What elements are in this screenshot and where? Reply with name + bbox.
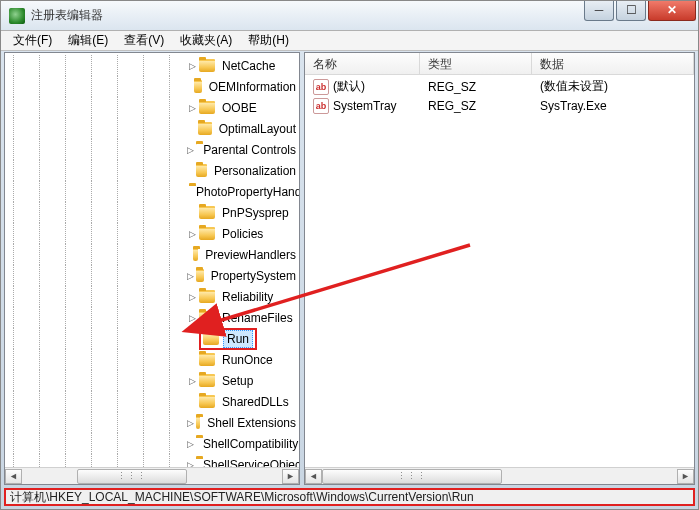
- expander-icon[interactable]: ▷: [187, 229, 197, 239]
- expander-icon[interactable]: ▷: [187, 313, 197, 323]
- expander-icon[interactable]: [187, 355, 197, 365]
- string-value-icon: ab: [313, 98, 329, 114]
- tree-item[interactable]: RunOnce: [5, 349, 299, 370]
- tree-item[interactable]: ▷Setup: [5, 370, 299, 391]
- expander-icon[interactable]: [187, 82, 192, 92]
- folder-icon: [196, 269, 204, 282]
- scroll-left-button[interactable]: ◄: [305, 469, 322, 484]
- scroll-right-button[interactable]: ►: [282, 469, 299, 484]
- values-list[interactable]: ab(默认)REG_SZ(数值未设置)abSystemTrayREG_SZSys…: [305, 75, 694, 115]
- tree-item[interactable]: ▷ShellServiceObjectDe: [5, 454, 299, 467]
- value-name: SystemTray: [333, 99, 397, 113]
- expander-icon[interactable]: ▷: [187, 145, 194, 155]
- window-frame: 注册表编辑器 ─ ☐ ✕ 文件(F) 编辑(E) 查看(V) 收藏夹(A) 帮助…: [0, 0, 699, 510]
- tree-item[interactable]: ▷Shell Extensions: [5, 412, 299, 433]
- menu-help[interactable]: 帮助(H): [240, 30, 297, 51]
- tree-hscrollbar[interactable]: ◄ ⋮⋮⋮ ►: [5, 467, 299, 484]
- folder-icon: [199, 101, 215, 114]
- tree-item[interactable]: PreviewHandlers: [5, 244, 299, 265]
- expander-icon[interactable]: ▷: [187, 460, 194, 468]
- tree-item-label: Policies: [219, 226, 266, 242]
- tree-item[interactable]: SharedDLLs: [5, 391, 299, 412]
- tree-item-label: Reliability: [219, 289, 276, 305]
- expander-icon[interactable]: [187, 334, 197, 344]
- scroll-thumb[interactable]: ⋮⋮⋮: [77, 469, 187, 484]
- folder-icon: [199, 227, 215, 240]
- expander-icon[interactable]: ▷: [187, 439, 194, 449]
- statusbar-path-highlight: 计算机\HKEY_LOCAL_MACHINE\SOFTWARE\Microsof…: [4, 488, 695, 506]
- tree-item-label: Personalization: [211, 163, 299, 179]
- folder-icon: [196, 416, 200, 429]
- expander-icon[interactable]: ▷: [187, 271, 194, 281]
- tree-item[interactable]: ▷ShellCompatibility: [5, 433, 299, 454]
- list-row[interactable]: ab(默认)REG_SZ(数值未设置): [305, 77, 694, 96]
- tree-item[interactable]: ▷Reliability: [5, 286, 299, 307]
- tree-panel: ▷NetCacheOEMInformation▷OOBEOptimalLayou…: [4, 52, 300, 485]
- tree-item-label: PropertySystem: [208, 268, 299, 284]
- col-type[interactable]: 类型: [420, 53, 532, 74]
- scroll-left-button[interactable]: ◄: [5, 469, 22, 484]
- statusbar-path: 计算机\HKEY_LOCAL_MACHINE\SOFTWARE\Microsof…: [10, 489, 474, 506]
- tree-item-label: RenameFiles: [219, 310, 296, 326]
- scroll-thumb[interactable]: ⋮⋮⋮: [322, 469, 502, 484]
- titlebar[interactable]: 注册表编辑器 ─ ☐ ✕: [1, 1, 698, 31]
- expander-icon[interactable]: ▷: [187, 376, 197, 386]
- value-data: (数值未设置): [532, 78, 694, 95]
- expander-icon[interactable]: [187, 124, 196, 134]
- minimize-button[interactable]: ─: [584, 1, 614, 21]
- window-title: 注册表编辑器: [31, 7, 582, 24]
- scroll-right-button[interactable]: ►: [677, 469, 694, 484]
- value-data: SysTray.Exe: [532, 99, 694, 113]
- tree-item[interactable]: PhotoPropertyHandl: [5, 181, 299, 202]
- tree-item[interactable]: ▷OOBE: [5, 97, 299, 118]
- expander-icon[interactable]: ▷: [187, 292, 197, 302]
- tree-item[interactable]: ▷RenameFiles: [5, 307, 299, 328]
- menu-favorites[interactable]: 收藏夹(A): [172, 30, 240, 51]
- menu-view[interactable]: 查看(V): [116, 30, 172, 51]
- tree-item-label: ShellServiceObjectDe: [200, 457, 299, 468]
- tree-item[interactable]: ▷NetCache: [5, 55, 299, 76]
- col-data[interactable]: 数据: [532, 53, 694, 74]
- tree-item-label: Run: [223, 330, 253, 348]
- tree-item-label: PreviewHandlers: [202, 247, 299, 263]
- menu-edit[interactable]: 编辑(E): [60, 30, 116, 51]
- expander-icon[interactable]: ▷: [187, 61, 197, 71]
- tree-item[interactable]: OptimalLayout: [5, 118, 299, 139]
- tree-item[interactable]: ▷Policies: [5, 223, 299, 244]
- values-panel: 名称 类型 数据 ab(默认)REG_SZ(数值未设置)abSystemTray…: [304, 52, 695, 485]
- expander-icon[interactable]: ▷: [187, 103, 197, 113]
- folder-icon: [199, 59, 215, 72]
- close-button[interactable]: ✕: [648, 1, 696, 21]
- folder-icon: [199, 353, 215, 366]
- tree-item-label: Shell Extensions: [204, 415, 299, 431]
- folder-icon: [203, 332, 219, 345]
- tree-item-label: OOBE: [219, 100, 260, 116]
- tree-item[interactable]: OEMInformation: [5, 76, 299, 97]
- tree-item-label: RunOnce: [219, 352, 276, 368]
- tree-item-label: OptimalLayout: [216, 121, 299, 137]
- expander-icon[interactable]: [187, 166, 194, 176]
- registry-tree[interactable]: ▷NetCacheOEMInformation▷OOBEOptimalLayou…: [5, 53, 299, 467]
- expander-icon[interactable]: [187, 250, 191, 260]
- folder-icon: [199, 395, 215, 408]
- expander-icon[interactable]: [187, 397, 197, 407]
- col-name[interactable]: 名称: [305, 53, 420, 74]
- folder-icon: [194, 80, 202, 93]
- tree-item[interactable]: Run: [5, 328, 299, 349]
- tree-item[interactable]: ▷Parental Controls: [5, 139, 299, 160]
- tree-item[interactable]: ▷PropertySystem: [5, 265, 299, 286]
- expander-icon[interactable]: [187, 208, 197, 218]
- maximize-button[interactable]: ☐: [616, 1, 646, 21]
- menu-file[interactable]: 文件(F): [5, 30, 60, 51]
- tree-item[interactable]: Personalization: [5, 160, 299, 181]
- tree-item-label: PnPSysprep: [219, 205, 292, 221]
- tree-item-label: OEMInformation: [206, 79, 299, 95]
- tree-item-label: NetCache: [219, 58, 278, 74]
- expander-icon[interactable]: ▷: [187, 418, 194, 428]
- tree-item[interactable]: PnPSysprep: [5, 202, 299, 223]
- list-hscrollbar[interactable]: ◄ ⋮⋮⋮ ►: [305, 467, 694, 484]
- folder-icon: [193, 248, 199, 261]
- list-row[interactable]: abSystemTrayREG_SZSysTray.Exe: [305, 96, 694, 115]
- list-header[interactable]: 名称 类型 数据: [305, 53, 694, 75]
- tree-item-label: PhotoPropertyHandl: [193, 184, 299, 200]
